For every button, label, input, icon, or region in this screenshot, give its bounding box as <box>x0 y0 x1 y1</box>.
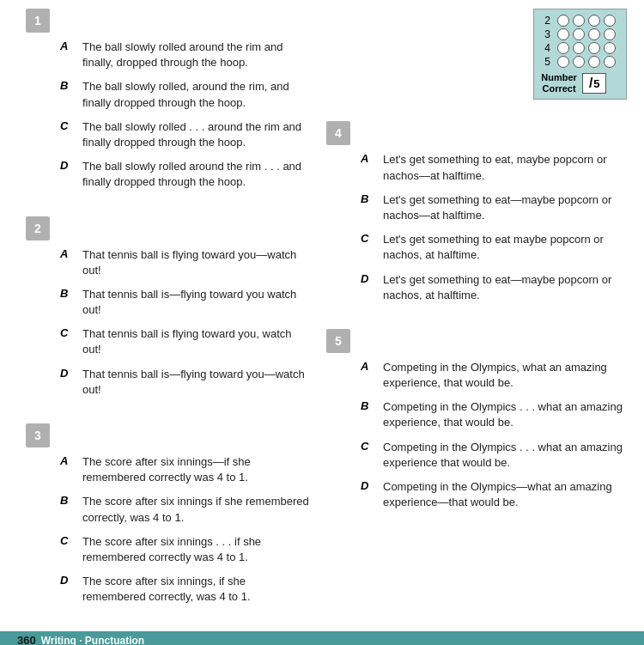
score-box: 2 3 <box>533 9 627 100</box>
q3-text-c: The score after six innings . . . if she… <box>82 534 309 565</box>
q1-answer-a[interactable]: A The ball slowly rolled around the rim … <box>60 40 309 70</box>
score-section: 2 3 <box>326 9 627 113</box>
q5-text-d: Competing in the Olympics—what an amazin… <box>383 479 627 510</box>
q4-answer-a[interactable]: A Let's get something to eat, maybe popc… <box>361 152 627 183</box>
question-3: 3 A The score after six innings—if she r… <box>26 423 309 605</box>
q4-answer-b[interactable]: B Let's get something to eat—maybe popco… <box>361 192 627 223</box>
q1-answer-d[interactable]: D The ball slowly rolled around the rim … <box>60 159 309 190</box>
q5-text-c: Competing in the Olympics . . . what an … <box>383 440 627 471</box>
q1-text-c: The ball slowly rolled . . . around the … <box>82 119 309 150</box>
circle-2d[interactable] <box>604 15 616 27</box>
circle-4d[interactable] <box>604 42 616 54</box>
circle-3b[interactable] <box>573 28 585 40</box>
circle-5c[interactable] <box>588 56 600 68</box>
question-1: 1 A The ball slowly rolled around the ri… <box>26 9 309 191</box>
q2-letter-a: A <box>60 247 76 260</box>
q4-letter-d: D <box>361 272 376 285</box>
score-value: 5 <box>593 77 599 90</box>
q3-answer-d[interactable]: D The score after six innings, if she re… <box>60 574 309 605</box>
q5-answer-a[interactable]: A Competing in the Olympics, what an ama… <box>361 360 627 391</box>
question-2: 2 A That tennis ball is flying toward yo… <box>26 216 309 399</box>
q3-answer-b[interactable]: B The score after six innings if she rem… <box>60 494 309 525</box>
q1-text-b: The ball slowly rolled, around the rim, … <box>82 79 309 110</box>
q3-answer-c[interactable]: C The score after six innings . . . if s… <box>60 534 309 565</box>
circle-4a[interactable] <box>557 42 569 54</box>
q5-text-a: Competing in the Olympics, what an amazi… <box>383 360 627 391</box>
q2-answer-a[interactable]: A That tennis ball is flying toward you—… <box>60 247 309 278</box>
q2-letter-b: B <box>60 287 76 300</box>
circle-2c[interactable] <box>588 15 600 27</box>
circle-4c[interactable] <box>588 42 600 54</box>
circle-3a[interactable] <box>557 28 569 40</box>
circle-5d[interactable] <box>604 56 616 68</box>
circle-2a[interactable] <box>557 15 569 27</box>
q5-letter-d: D <box>361 479 376 492</box>
q1-letter-b: B <box>60 79 76 92</box>
question-5-number: 5 <box>326 329 350 353</box>
score-badge: / 5 <box>582 73 606 94</box>
score-row-3-num: 3 <box>541 27 554 41</box>
question-1-answers: A The ball slowly rolled around the rim … <box>26 40 309 191</box>
score-row-3-circles <box>554 27 619 41</box>
circle-3d[interactable] <box>604 28 616 40</box>
q3-text-a: The score after six innings—if she remem… <box>82 454 309 485</box>
q3-text-d: The score after six innings, if she reme… <box>82 574 309 605</box>
question-2-number: 2 <box>26 216 50 240</box>
q2-text-d: That tennis ball is—flying toward you—wa… <box>82 367 309 398</box>
q2-text-b: That tennis ball is—flying toward you wa… <box>82 287 309 318</box>
question-5-answers: A Competing in the Olympics, what an ama… <box>326 360 627 511</box>
question-3-number: 3 <box>26 423 50 447</box>
q1-answer-c[interactable]: C The ball slowly rolled . . . around th… <box>60 119 309 150</box>
circle-4b[interactable] <box>573 42 585 54</box>
q2-answer-b[interactable]: B That tennis ball is—flying toward you … <box>60 287 309 318</box>
q2-text-a: That tennis ball is flying toward you—wa… <box>82 247 309 278</box>
q4-answer-c[interactable]: C Let's get something to eat maybe popco… <box>361 232 627 263</box>
q4-text-c: Let's get something to eat maybe popcorn… <box>383 232 627 263</box>
q5-letter-a: A <box>361 360 376 373</box>
q1-answer-b[interactable]: B The ball slowly rolled, around the rim… <box>60 79 309 110</box>
q5-answer-b[interactable]: B Competing in the Olympics . . . what a… <box>361 399 627 430</box>
q3-answer-a[interactable]: A The score after six innings—if she rem… <box>60 454 309 485</box>
number-correct-row: NumberCorrect / 5 <box>541 72 619 94</box>
circle-3c[interactable] <box>588 28 600 40</box>
slash-icon: / <box>589 76 592 91</box>
circle-5a[interactable] <box>557 56 569 68</box>
question-2-header: 2 <box>26 216 309 240</box>
q4-letter-a: A <box>361 152 376 165</box>
question-2-answers: A That tennis ball is flying toward you—… <box>26 247 309 399</box>
q4-text-a: Let's get something to eat, maybe popcor… <box>383 152 627 183</box>
q2-letter-d: D <box>60 367 76 380</box>
q5-answer-c[interactable]: C Competing in the Olympics . . . what a… <box>361 440 627 471</box>
q3-text-b: The score after six innings if she remem… <box>82 494 309 525</box>
bottom-bar-subject: Writing · Punctuation <box>41 635 144 646</box>
q5-letter-c: C <box>361 440 376 453</box>
score-row-4-circles <box>554 41 619 55</box>
q5-answer-d[interactable]: D Competing in the Olympics—what an amaz… <box>361 479 627 510</box>
score-row-5: 5 <box>541 55 619 69</box>
score-row-2-circles <box>554 14 619 27</box>
question-1-header: 1 <box>26 9 309 33</box>
q4-text-d: Let's get something to eat—maybe popcorn… <box>383 272 627 303</box>
question-3-answers: A The score after six innings—if she rem… <box>26 454 309 605</box>
score-row-2-num: 2 <box>541 14 554 27</box>
number-correct-label: NumberCorrect <box>541 72 577 94</box>
q4-answer-d[interactable]: D Let's get something to eat—maybe popco… <box>361 272 627 303</box>
score-row-5-circles <box>554 55 619 69</box>
score-row-4: 4 <box>541 41 619 55</box>
q4-letter-b: B <box>361 192 376 205</box>
q3-letter-a: A <box>60 454 76 467</box>
question-4-number: 4 <box>326 121 350 145</box>
circle-5b[interactable] <box>573 56 585 68</box>
q2-text-c: That tennis ball is flying toward you, w… <box>82 326 309 357</box>
score-row-3: 3 <box>541 27 619 41</box>
q3-letter-c: C <box>60 534 76 547</box>
q2-answer-c[interactable]: C That tennis ball is flying toward you,… <box>60 326 309 357</box>
circle-2b[interactable] <box>573 15 585 27</box>
q2-answer-d[interactable]: D That tennis ball is—flying toward you—… <box>60 367 309 398</box>
question-4-header: 4 <box>326 121 627 145</box>
q1-letter-d: D <box>60 159 76 172</box>
score-row-4-num: 4 <box>541 41 554 55</box>
score-row-5-num: 5 <box>541 55 554 69</box>
score-table: 2 3 <box>541 14 619 69</box>
question-5-header: 5 <box>326 329 627 353</box>
